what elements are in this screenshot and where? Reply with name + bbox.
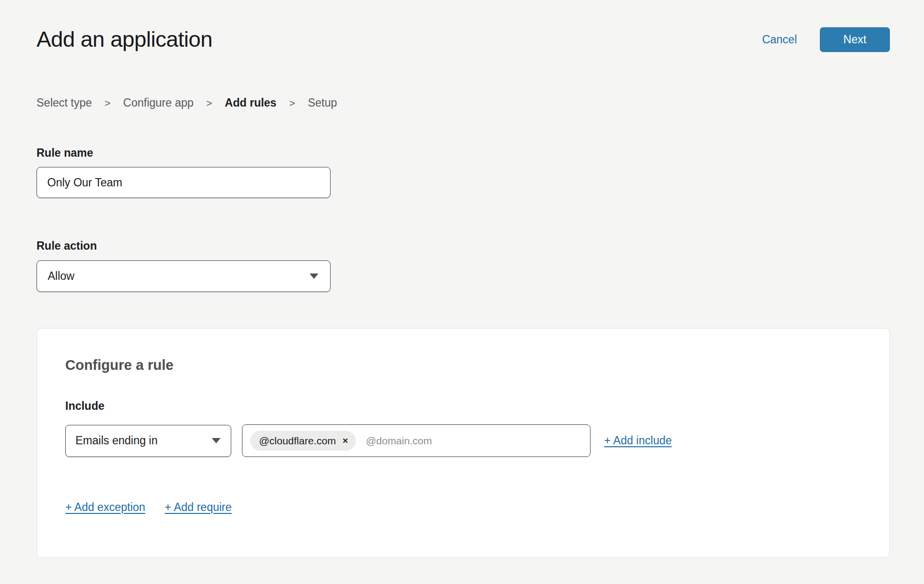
breadcrumb: Select type > Configure app > Add rules …: [37, 96, 890, 110]
page-title: Add an application: [37, 25, 212, 54]
breadcrumb-separator: >: [105, 97, 111, 109]
breadcrumb-step-configure-app[interactable]: Configure app: [123, 96, 194, 110]
rule-links-row: + Add exception + Add require: [65, 501, 861, 514]
include-selector-value: Emails ending in: [75, 434, 158, 447]
rule-name-label: Rule name: [37, 146, 890, 160]
include-row: Emails ending in @cloudflare.com ✕ + Add…: [65, 424, 861, 457]
add-include-link[interactable]: + Add include: [604, 434, 672, 447]
breadcrumb-step-select-type[interactable]: Select type: [37, 96, 92, 110]
breadcrumb-step-setup[interactable]: Setup: [308, 96, 337, 110]
include-values-input[interactable]: @cloudflare.com ✕: [242, 424, 591, 457]
domain-input[interactable]: [366, 435, 526, 447]
include-label: Include: [65, 400, 861, 413]
add-require-link[interactable]: + Add require: [165, 501, 231, 514]
header-actions: Cancel Next: [762, 27, 890, 52]
add-application-page: Add an application Cancel Next Select ty…: [0, 0, 924, 584]
chip-label: @cloudflare.com: [259, 435, 336, 447]
remove-chip-icon[interactable]: ✕: [342, 437, 349, 444]
breadcrumb-separator: >: [206, 97, 212, 109]
rule-action-field: Rule action Allow: [37, 239, 890, 292]
rule-action-label: Rule action: [37, 239, 890, 253]
chevron-down-icon: [310, 274, 318, 279]
add-exception-link[interactable]: + Add exception: [65, 501, 145, 514]
rule-action-select[interactable]: Allow: [37, 260, 331, 292]
include-selector[interactable]: Emails ending in: [65, 425, 231, 457]
configure-rule-card: Configure a rule Include Emails ending i…: [37, 328, 890, 558]
cancel-button[interactable]: Cancel: [762, 33, 797, 46]
email-domain-chip: @cloudflare.com ✕: [250, 431, 356, 451]
breadcrumb-step-add-rules[interactable]: Add rules: [225, 96, 277, 110]
card-title: Configure a rule: [65, 357, 861, 373]
rule-name-input[interactable]: [37, 167, 331, 198]
page-header: Add an application Cancel Next: [37, 25, 890, 54]
next-button[interactable]: Next: [820, 27, 890, 52]
rule-action-value: Allow: [48, 270, 74, 283]
chevron-down-icon: [212, 438, 221, 443]
rule-name-field: Rule name: [37, 146, 890, 198]
breadcrumb-separator: >: [289, 97, 295, 109]
